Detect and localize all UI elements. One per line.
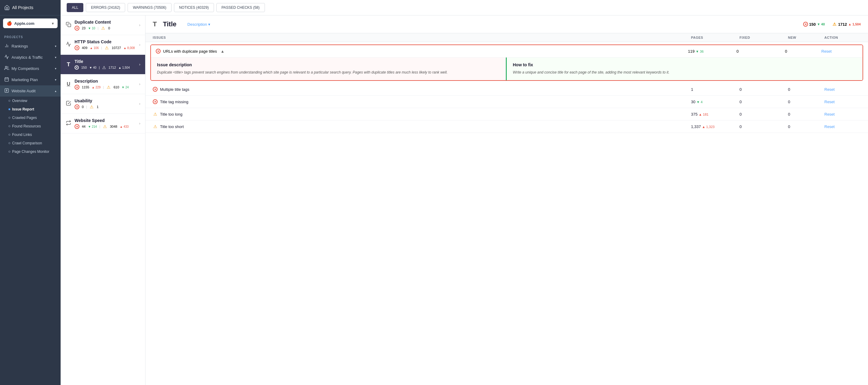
subnav-found-resources[interactable]: Found Resources xyxy=(4,122,61,131)
category-description[interactable]: U Description ✕ 1155 ▲ 229 | ⚠ 610 ▼ 24 … xyxy=(61,74,145,94)
marketing-label: Marketing Plan xyxy=(11,77,38,82)
details-title: Title xyxy=(163,20,176,28)
error-icon: ✕ xyxy=(74,124,80,129)
website-speed-icon xyxy=(65,120,71,127)
competitors-chevron-icon: ▾ xyxy=(55,67,56,70)
multiple-titles-row[interactable]: ✕ Multiple title tags 1 0 0 Reset xyxy=(146,83,868,96)
header-warn-icon: ⚠ xyxy=(832,22,837,27)
title-short-pages: 1,337 ▲ 1,323 xyxy=(691,125,740,129)
col-fixed: FIXED xyxy=(740,36,788,39)
dup-errors-trend: ▼ 10 xyxy=(88,27,95,30)
sidebar-item-rankings[interactable]: Rankings ▾ xyxy=(0,41,61,52)
subnav-page-changes[interactable]: Page Changes Monitor xyxy=(4,147,61,156)
title-missing-pages: 30 ▼ 4 xyxy=(691,100,740,104)
title-short-name: Title too short xyxy=(160,125,184,129)
title-missing-reset[interactable]: Reset xyxy=(824,100,861,104)
category-usability[interactable]: Usability ✕ 0 | ⚠ 1 › xyxy=(61,94,145,114)
issue-desc-title: Issue description xyxy=(157,62,500,67)
http-status-title: HTTP Status Code xyxy=(74,39,136,44)
title-missing-new: 0 xyxy=(788,100,824,104)
sidebar-item-analytics[interactable]: Analytics & Traffic ▾ xyxy=(0,52,61,63)
multiple-titles-new: 0 xyxy=(788,87,824,92)
title-long-trend: ▲ 181 xyxy=(699,113,708,116)
title-missing-issue: ✕ Title tag missing xyxy=(153,99,691,104)
filter-all[interactable]: ALL xyxy=(67,3,83,12)
http-chevron-icon: › xyxy=(139,43,140,47)
overview-dot xyxy=(8,100,10,102)
title-short-issue: ⚠ Title too short xyxy=(153,124,691,129)
project-selector[interactable]: 🍎 Apple.com ▾ xyxy=(3,19,58,28)
sidebar-item-website-audit[interactable]: Website Audit ▴ xyxy=(0,85,61,97)
multiple-titles-reset[interactable]: Reset xyxy=(824,87,861,92)
sidebar-item-competitors[interactable]: My Competitors ▾ xyxy=(0,63,61,74)
multiple-error-icon: ✕ xyxy=(153,87,158,92)
subnav-found-links[interactable]: Found Links xyxy=(4,131,61,139)
title-short-fixed: 0 xyxy=(740,125,788,129)
sidebar-item-marketing[interactable]: Marketing Plan ▾ xyxy=(0,74,61,85)
categories-panel: Duplicate Content ✕ 23 ▼ 10 | ⚠ 0 › xyxy=(61,15,146,385)
issue-desc-text: Duplicate <title> tags prevent search en… xyxy=(157,70,500,75)
warn-icon: ⚠ xyxy=(102,124,107,129)
header-error-stat: ✕ 150 ▼ 40 xyxy=(803,22,825,27)
dup-titles-name: URLs with duplicate page titles xyxy=(163,49,217,54)
subnav-overview[interactable]: Overview xyxy=(4,97,61,105)
rankings-chevron-icon: ▾ xyxy=(55,44,56,48)
filter-errors[interactable]: ERRORS (24162) xyxy=(86,3,125,12)
header-error-icon: ✕ xyxy=(803,22,808,27)
dup-titles-row[interactable]: ✕ URLs with duplicate page titles ▲ 119 … xyxy=(151,45,863,58)
project-icon: 🍎 xyxy=(7,21,12,26)
multiple-titles-fixed: 0 xyxy=(740,87,788,92)
category-duplicate-content[interactable]: Duplicate Content ✕ 23 ▼ 10 | ⚠ 0 › xyxy=(61,15,145,35)
header-warning-count: 1712 xyxy=(838,22,847,27)
svg-point-3 xyxy=(5,66,7,68)
title-warn-icon: ⚠ xyxy=(102,65,106,70)
error-icon: ✕ xyxy=(74,26,80,31)
all-projects-link[interactable]: All Projects xyxy=(0,0,61,15)
multiple-titles-pages: 1 xyxy=(691,87,740,92)
desc-errors-trend: ▲ 229 xyxy=(92,86,100,89)
project-chevron-icon: ▾ xyxy=(52,21,54,26)
subnav-crawl-comparison[interactable]: Crawl Comparison xyxy=(4,139,61,147)
title-chevron-icon: › xyxy=(139,62,140,67)
error-icon: ✕ xyxy=(74,85,80,90)
category-website-speed[interactable]: Website Speed ✕ 44 ▼ 214 | ⚠ 3048 ▲ 433 … xyxy=(61,114,145,134)
filter-warnings[interactable]: WARNINGS (70506) xyxy=(128,3,171,12)
description-icon: U xyxy=(65,81,71,87)
how-to-fix-title: How to fix xyxy=(513,62,857,67)
title-missing-row[interactable]: ✕ Title tag missing 30 ▼ 4 0 0 Reset xyxy=(146,96,868,108)
title-icon: T xyxy=(65,62,71,68)
dup-chevron-icon: › xyxy=(139,23,140,27)
filter-passed[interactable]: PASSED CHECKS (58) xyxy=(216,3,265,12)
title-short-new: 0 xyxy=(788,125,824,129)
category-http-status[interactable]: HTTP Status Code ✕ 409 ▲ 106 | ⚠ 10727 ▲… xyxy=(61,35,145,55)
col-action: ACTION xyxy=(824,36,861,39)
title-long-name: Title too long xyxy=(160,112,182,116)
col-pages: PAGES xyxy=(691,36,740,39)
desc-chevron-down-icon: ▾ xyxy=(208,22,210,27)
title-short-reset[interactable]: Reset xyxy=(824,125,861,129)
filter-notices[interactable]: NOTICES (40329) xyxy=(174,3,214,12)
dup-reset-btn[interactable]: Reset xyxy=(821,49,858,54)
title-short-row[interactable]: ⚠ Title too short 1,337 ▲ 1,323 0 0 Rese… xyxy=(146,120,868,133)
http-warnings-trend: ▲ 8,008 xyxy=(123,46,135,49)
details-panel: T Title Description ▾ ✕ 150 ▼ 40 ⚠ 1712 xyxy=(146,15,868,385)
website-audit-chevron-icon: ▴ xyxy=(55,89,56,93)
header-error-count: 150 xyxy=(809,22,816,27)
dup-titles-expanded: Issue description Duplicate <title> tags… xyxy=(151,58,863,80)
category-title[interactable]: T Title ✕ 150 ▼ 40 | ⚠ 1712 ▲ 1,504 › xyxy=(61,55,145,74)
title-long-row[interactable]: ⚠ Title too long 375 ▲ 181 0 0 Reset xyxy=(146,108,868,120)
header-error-trend: ▼ 40 xyxy=(817,23,825,26)
title-long-reset[interactable]: Reset xyxy=(824,112,861,116)
overview-label: Overview xyxy=(12,99,27,103)
description-toggle-btn[interactable]: Description ▾ xyxy=(187,22,210,27)
http-status-stats: ✕ 409 ▲ 106 | ⚠ 10727 ▲ 8,008 xyxy=(74,45,136,50)
subnav-issue-report[interactable]: Issue Report xyxy=(4,105,61,113)
website-speed-title: Website Speed xyxy=(74,118,136,123)
http-status-icon xyxy=(65,41,71,48)
found-resources-dot xyxy=(8,125,10,127)
title-errors-trend: ▼ 40 xyxy=(89,66,96,69)
dup-pages-trend: ▼ 36 xyxy=(695,49,704,53)
dup-expand-icon[interactable]: ▲ xyxy=(221,49,224,54)
multiple-titles-issue: ✕ Multiple title tags xyxy=(153,87,691,92)
subnav-crawled-pages[interactable]: Crawled Pages xyxy=(4,113,61,122)
